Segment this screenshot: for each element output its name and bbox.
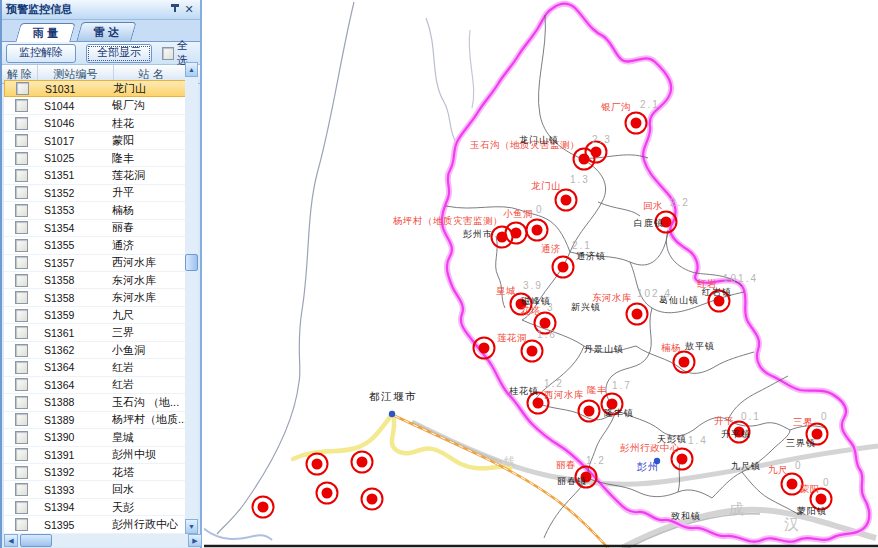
release-checkbox[interactable] xyxy=(15,99,28,112)
table-row[interactable]: S1025隆丰 xyxy=(4,150,189,167)
release-checkbox[interactable] xyxy=(15,518,28,531)
vertical-scroll-thumb[interactable] xyxy=(185,254,198,271)
release-checkbox[interactable] xyxy=(15,204,28,217)
table-row[interactable]: S1364红岩 xyxy=(4,377,189,394)
release-checkbox[interactable] xyxy=(15,117,28,130)
panel-titlebar: 预警监控信息 ✕ xyxy=(2,0,200,20)
map-area[interactable]: 银厂沟玉石沟（地质灾害监测）龙门山回水杨坪村（地质灾害监测）小鱼洞通济皇城花塔莲… xyxy=(204,0,878,548)
station-id: S1354 xyxy=(38,222,112,234)
table-row[interactable]: S1392花塔 xyxy=(4,464,189,481)
scroll-left-button[interactable]: ◀ xyxy=(4,534,18,547)
table-row[interactable]: S1364红岩 xyxy=(4,359,189,376)
table-row[interactable]: S1352升平 xyxy=(4,185,189,202)
map-label-num: 1.4 xyxy=(688,435,708,446)
table-row[interactable]: S1353楠杨 xyxy=(4,202,189,219)
close-icon[interactable]: ✕ xyxy=(182,3,196,16)
release-checkbox[interactable] xyxy=(15,466,28,479)
table-row[interactable]: S1395彭州行政中心 xyxy=(4,516,189,533)
tab-rainfall[interactable]: 雨 量 xyxy=(15,23,76,42)
station-marker[interactable] xyxy=(556,190,577,211)
release-checkbox[interactable] xyxy=(15,309,28,322)
release-monitoring-button[interactable]: 监控解除 xyxy=(6,44,76,63)
station-marker[interactable] xyxy=(317,483,338,504)
tab-rainfall-label: 雨 量 xyxy=(33,24,58,42)
release-checkbox[interactable] xyxy=(16,82,29,95)
station-marker[interactable] xyxy=(522,341,543,362)
station-marker[interactable] xyxy=(253,497,274,518)
pin-icon[interactable] xyxy=(168,3,182,16)
table-row[interactable]: S1017蒙阳 xyxy=(4,132,189,149)
table-row[interactable]: S1361三界 xyxy=(4,324,189,341)
station-name: 杨坪村（地质... xyxy=(112,412,189,427)
table-row[interactable]: S1046桂花 xyxy=(4,115,189,132)
table-row[interactable]: S1355通济 xyxy=(4,237,189,254)
release-checkbox[interactable] xyxy=(15,431,28,444)
table-row[interactable]: S1389杨坪村（地质... xyxy=(4,412,189,429)
table-row[interactable]: S1358东河水库 xyxy=(4,289,189,306)
release-checkbox[interactable] xyxy=(15,291,28,304)
station-marker[interactable] xyxy=(627,304,648,325)
release-checkbox[interactable] xyxy=(15,448,28,461)
table-row[interactable]: S1393回水 xyxy=(4,481,189,498)
table-row[interactable]: S1388玉石沟 （地... xyxy=(4,394,189,411)
table-row[interactable]: S1391彭州中坝 xyxy=(4,447,189,464)
station-marker[interactable] xyxy=(352,452,373,473)
release-checkbox[interactable] xyxy=(15,326,28,339)
release-checkbox[interactable] xyxy=(15,239,28,252)
release-checkbox[interactable] xyxy=(15,256,28,269)
station-marker[interactable] xyxy=(307,454,328,475)
release-checkbox[interactable] xyxy=(15,134,28,147)
station-name: 东河水库 xyxy=(112,290,189,305)
station-marker[interactable] xyxy=(674,352,695,373)
release-checkbox[interactable] xyxy=(15,413,28,426)
station-name: 桂花 xyxy=(112,116,189,131)
scroll-right-button[interactable]: ▶ xyxy=(188,534,202,547)
map-label-num: 1.3 xyxy=(570,174,590,185)
show-all-button[interactable]: 全部显示 xyxy=(86,44,152,63)
release-checkbox[interactable] xyxy=(15,152,28,165)
station-marker[interactable] xyxy=(506,223,527,244)
horizontal-scrollbar[interactable]: ◀ ▶ xyxy=(4,534,202,547)
table-row[interactable]: S1354丽春 xyxy=(4,220,189,237)
select-all-checkbox[interactable] xyxy=(162,47,174,60)
release-checkbox[interactable] xyxy=(15,501,28,514)
map-label-num: 2.1 xyxy=(640,99,660,110)
station-marker[interactable] xyxy=(553,257,574,278)
station-marker[interactable] xyxy=(527,220,548,241)
map-label-town: 丽春镇 xyxy=(557,476,587,486)
station-name: 丽春 xyxy=(112,220,189,235)
table-row[interactable]: S1362小鱼洞 xyxy=(4,342,189,359)
tab-radar[interactable]: 雷 达 xyxy=(76,22,137,41)
release-checkbox[interactable] xyxy=(15,186,28,199)
station-id: S1359 xyxy=(38,309,112,321)
table-row[interactable]: S1358东河水库 xyxy=(4,272,189,289)
station-id: S1358 xyxy=(38,292,112,304)
release-checkbox[interactable] xyxy=(15,361,28,374)
table-row[interactable]: S1390皇城 xyxy=(4,429,189,446)
release-checkbox[interactable] xyxy=(15,344,28,357)
release-checkbox[interactable] xyxy=(15,396,28,409)
station-marker[interactable] xyxy=(626,113,647,134)
release-checkbox[interactable] xyxy=(15,221,28,234)
station-name: 隆丰 xyxy=(112,151,189,166)
table-row[interactable]: S1394天彭 xyxy=(4,499,189,516)
release-checkbox[interactable] xyxy=(15,483,28,496)
scroll-down-button[interactable]: ▼ xyxy=(185,519,198,534)
table-row[interactable]: S1359九尺 xyxy=(4,307,189,324)
release-checkbox[interactable] xyxy=(15,274,28,287)
horizontal-scroll-thumb[interactable] xyxy=(20,534,52,547)
table-row[interactable]: S1044银厂沟 xyxy=(4,97,189,114)
table-row[interactable]: S1357西河水库 xyxy=(4,255,189,272)
map-label-num: 2.3 xyxy=(592,134,612,145)
map-label-num: 2.2 xyxy=(670,197,690,208)
scroll-up-button[interactable]: ▲ xyxy=(185,62,198,77)
release-checkbox[interactable] xyxy=(15,378,28,391)
station-marker[interactable] xyxy=(492,227,513,248)
table-row[interactable]: S1351莲花洞 xyxy=(4,167,189,184)
release-checkbox[interactable] xyxy=(15,169,28,182)
station-marker[interactable] xyxy=(362,489,383,510)
map-label-num: 0 xyxy=(536,204,544,215)
vertical-scrollbar[interactable]: ▲ ▼ xyxy=(185,62,198,534)
station-name: 红岩 xyxy=(112,377,189,392)
table-row[interactable]: S1031龙门山 xyxy=(4,80,189,97)
